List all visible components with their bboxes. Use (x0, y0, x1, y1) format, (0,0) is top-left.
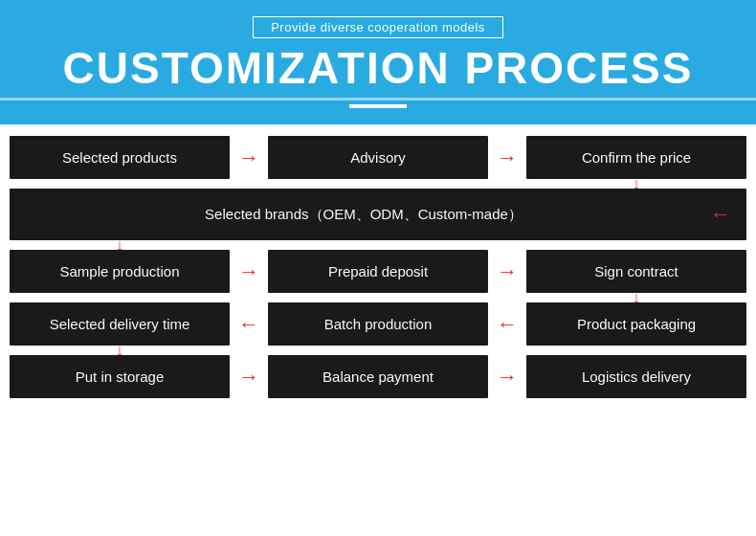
subtitle-text: Provide diverse cooperation models (271, 20, 485, 34)
arrow-r5-c3-to-c5: → (488, 261, 526, 282)
arrow-r1-c3-to-c5: → (488, 147, 526, 168)
arrow-r5-c1-to-c3: → (230, 261, 268, 282)
flow-grid: Selected products → Advisory → Confirm t… (10, 136, 746, 398)
box-logistics-delivery: Logistics delivery (526, 355, 746, 398)
arrow-r7-c5-to-c3: ← (488, 314, 526, 335)
arrow-r9-c3-to-c5: → (488, 367, 526, 388)
box-product-packaging: Product packaging (526, 302, 746, 346)
box-advisory: Advisory (268, 136, 488, 179)
arrow-r9-c1-to-c3: → (230, 367, 268, 388)
arrow-left-brands: ← (710, 202, 731, 227)
box-sample-production: Sample production (10, 250, 230, 293)
box-put-in-storage: Put in storage (10, 355, 230, 398)
box-balance-payment: Balance payment (268, 355, 488, 398)
box-selected-products: Selected products (10, 136, 230, 179)
main-title: CUSTOMIZATION PROCESS (63, 46, 694, 90)
arrow-r1-c1-to-c3: → (230, 147, 268, 168)
subtitle-box: Provide diverse cooperation models (253, 16, 503, 38)
header: Provide diverse cooperation models CUSTO… (0, 0, 756, 124)
content-area: Selected products → Advisory → Confirm t… (0, 124, 756, 406)
box-selected-brands: Selected brands（OEM、ODM、Custom-made） ← (10, 189, 746, 240)
box-batch-production: Batch production (268, 302, 488, 346)
box-prepaid-deposit: Prepaid deposit (268, 250, 488, 293)
arrow-r7-c3-to-c1: ← (230, 314, 268, 335)
